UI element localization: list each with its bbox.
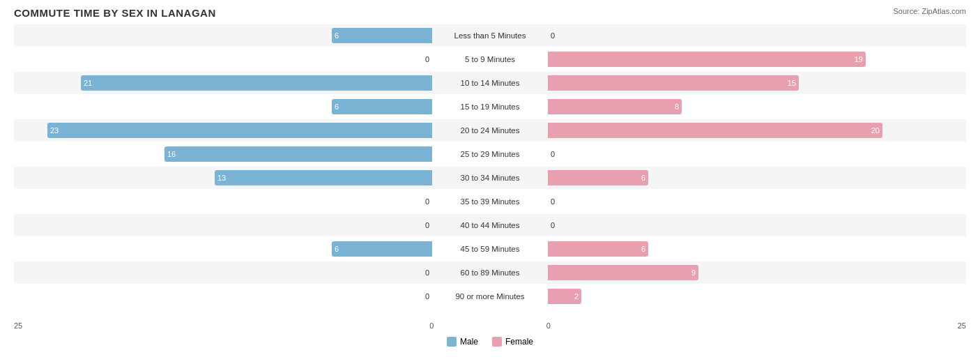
axis-right-min: 0: [546, 321, 551, 330]
right-section: 6: [548, 238, 966, 260]
male-bar-wrapper: 6: [14, 28, 432, 43]
right-section: 0: [548, 190, 966, 213]
male-bar: 6: [332, 99, 432, 114]
female-bar-wrapper: 6: [548, 170, 966, 185]
female-value: 9: [691, 268, 696, 277]
axis-row: 25 0 0 25: [14, 319, 966, 333]
right-section: 0: [548, 143, 966, 165]
bar-label: 90 or more Minutes: [432, 292, 548, 301]
female-value-zero: 0: [551, 197, 555, 206]
legend: Male Female: [14, 337, 966, 347]
female-value-zero: 0: [551, 150, 555, 158]
left-section: 0: [14, 285, 432, 308]
bar-row: 2110 to 14 Minutes15: [14, 72, 966, 94]
female-bar-wrapper: 9: [548, 265, 966, 280]
bar-row: 615 to 19 Minutes8: [14, 96, 966, 118]
legend-female: Female: [492, 337, 533, 347]
male-value: 13: [217, 174, 226, 182]
male-value: 6: [335, 103, 339, 111]
male-value: 16: [167, 150, 176, 158]
bar-row: 060 to 89 Minutes9: [14, 261, 966, 284]
male-value: 6: [335, 31, 339, 40]
male-value-zero: 0: [425, 55, 429, 63]
left-section: 0: [14, 190, 432, 213]
left-section: 0: [14, 261, 432, 284]
male-bar-wrapper: 0: [14, 194, 432, 209]
female-bar: 8: [548, 99, 682, 114]
male-value: 23: [50, 126, 59, 135]
female-bar-wrapper: 0: [548, 194, 966, 209]
bar-row: 040 to 44 Minutes0: [14, 214, 966, 236]
male-bar-wrapper: 16: [14, 146, 432, 162]
right-section: 15: [548, 72, 966, 94]
bar-label: 60 to 89 Minutes: [432, 268, 548, 277]
male-bar: 13: [215, 170, 432, 185]
legend-female-box: [492, 337, 502, 347]
male-bar-wrapper: 23: [14, 123, 432, 138]
left-section: 6: [14, 238, 432, 260]
left-section: 6: [14, 96, 432, 118]
female-value: 19: [855, 55, 863, 63]
chart-container: COMMUTE TIME BY SEX IN LANAGAN Source: Z…: [0, 0, 980, 364]
bar-label: 30 to 34 Minutes: [432, 174, 548, 182]
male-bar-wrapper: 0: [14, 52, 432, 67]
female-bar-wrapper: 20: [548, 123, 966, 138]
female-bar-wrapper: 0: [548, 28, 966, 43]
bar-label: 5 to 9 Minutes: [432, 55, 548, 63]
left-section: 23: [14, 119, 432, 142]
male-bar-wrapper: 6: [14, 241, 432, 257]
left-section: 6: [14, 24, 432, 47]
right-section: 9: [548, 261, 966, 284]
male-bar-wrapper: 0: [14, 218, 432, 233]
female-bar-wrapper: 6: [548, 241, 966, 257]
female-value: 2: [574, 292, 579, 301]
bar-label: 35 to 39 Minutes: [432, 197, 548, 206]
male-bar: 23: [47, 123, 432, 138]
male-bar-wrapper: 0: [14, 289, 432, 304]
right-section: 0: [548, 214, 966, 236]
female-value: 8: [675, 103, 679, 111]
bar-row: 1330 to 34 Minutes6: [14, 167, 966, 189]
axis-left-max: 0: [429, 321, 434, 330]
bar-label: 25 to 29 Minutes: [432, 150, 548, 158]
right-section: 20: [548, 119, 966, 142]
female-value: 6: [641, 174, 645, 182]
right-section: 6: [548, 167, 966, 189]
female-bar: 6: [548, 241, 648, 257]
male-value: 21: [84, 79, 92, 87]
female-bar: 9: [548, 265, 698, 280]
left-section: 0: [14, 214, 432, 236]
female-value: 20: [871, 126, 880, 135]
male-bar-wrapper: 6: [14, 99, 432, 114]
right-section: 0: [548, 24, 966, 47]
legend-female-label: Female: [505, 337, 533, 347]
chart-title: COMMUTE TIME BY SEX IN LANAGAN: [14, 7, 966, 19]
bar-label: 40 to 44 Minutes: [432, 221, 548, 229]
right-section: 2: [548, 285, 966, 308]
female-value-zero: 0: [551, 221, 555, 229]
male-value-zero: 0: [425, 197, 429, 206]
male-value: 6: [335, 245, 339, 253]
male-bar-wrapper: 0: [14, 265, 432, 280]
bar-label: 20 to 24 Minutes: [432, 126, 548, 135]
legend-male: Male: [447, 337, 478, 347]
male-value-zero: 0: [425, 221, 429, 229]
bars-area: 6Less than 5 Minutes005 to 9 Minutes1921…: [14, 24, 966, 317]
female-bar: 15: [548, 75, 799, 91]
female-bar-wrapper: 0: [548, 218, 966, 233]
female-bar: 19: [548, 52, 866, 67]
bar-row: 035 to 39 Minutes0: [14, 190, 966, 213]
source-text: Source: ZipAtlas.com: [893, 7, 966, 15]
right-section: 8: [548, 96, 966, 118]
male-value-zero: 0: [425, 292, 429, 301]
female-bar: 2: [548, 289, 581, 304]
female-value: 15: [788, 79, 796, 87]
axis-left: 25 0: [14, 321, 434, 330]
female-bar: 20: [548, 123, 882, 138]
right-section: 19: [548, 48, 966, 70]
bar-label: 10 to 14 Minutes: [432, 79, 548, 87]
female-bar: 6: [548, 170, 648, 185]
female-bar-wrapper: 15: [548, 75, 966, 91]
bar-row: 05 to 9 Minutes19: [14, 48, 966, 70]
male-bar: 21: [81, 75, 432, 91]
